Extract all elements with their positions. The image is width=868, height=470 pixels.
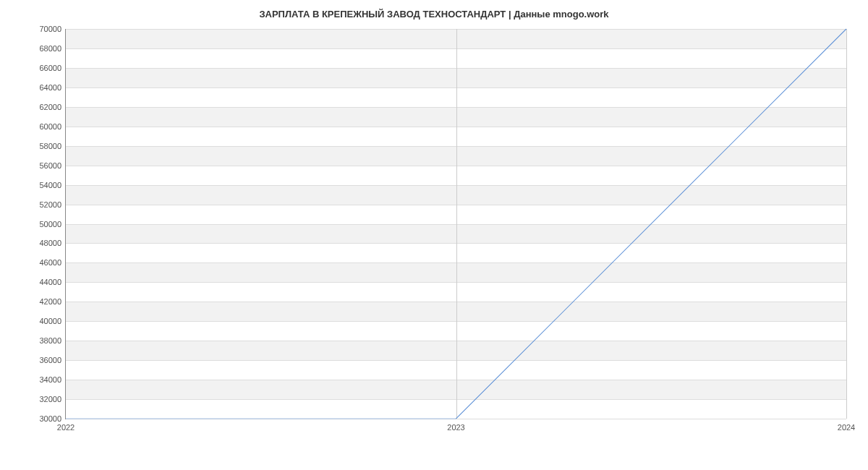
x-tick-label: 2023: [447, 423, 464, 432]
y-tick-label: 40000: [39, 317, 61, 325]
y-tick-label: 56000: [39, 161, 61, 170]
y-tick-label: 68000: [39, 44, 61, 53]
vgrid-line: [846, 29, 847, 419]
y-tick-label: 58000: [39, 142, 61, 150]
y-tick-label: 54000: [39, 181, 61, 189]
line-series: [66, 29, 846, 419]
y-tick-label: 34000: [39, 375, 61, 384]
y-tick-label: 48000: [39, 239, 61, 247]
x-tick-label: 2024: [838, 423, 855, 432]
y-tick-label: 50000: [39, 220, 61, 228]
y-tick-label: 66000: [39, 64, 61, 72]
y-tick-label: 64000: [39, 83, 61, 92]
chart-title: ЗАРПЛАТА В КРЕПЕЖНЫЙ ЗАВОД ТЕХНОСТАНДАРТ…: [0, 0, 868, 29]
y-tick-label: 36000: [39, 356, 61, 364]
plot-region: 3000032000340003600038000400004200044000…: [65, 29, 846, 419]
x-tick-label: 2022: [57, 423, 75, 432]
y-tick-label: 52000: [39, 200, 61, 209]
y-tick-label: 32000: [39, 395, 61, 403]
y-tick-label: 46000: [39, 258, 61, 267]
y-tick-label: 60000: [39, 122, 61, 131]
y-tick-label: 62000: [39, 103, 61, 111]
y-tick-label: 38000: [39, 336, 61, 345]
chart-area: 3000032000340003600038000400004200044000…: [65, 29, 846, 434]
y-tick-label: 44000: [39, 278, 61, 286]
y-tick-label: 42000: [39, 297, 61, 306]
y-tick-label: 30000: [39, 414, 61, 423]
y-tick-label: 70000: [39, 25, 61, 33]
